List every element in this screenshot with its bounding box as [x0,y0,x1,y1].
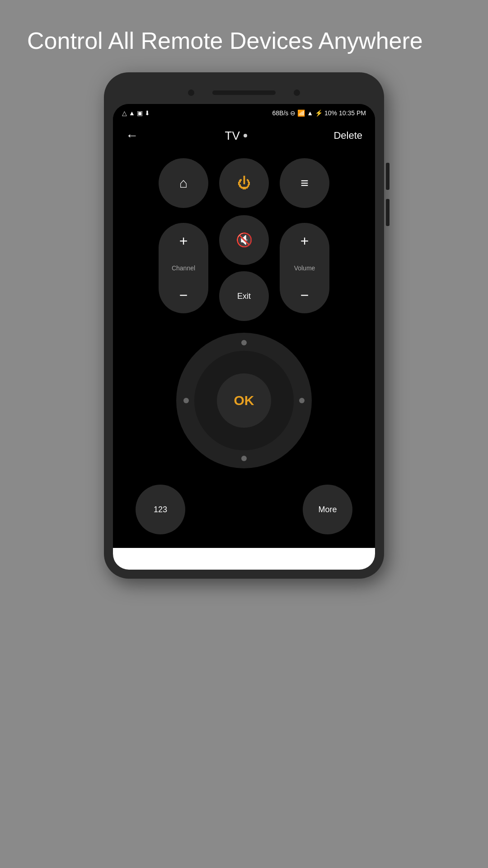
top-nav: ← TV Delete [113,122,375,149]
remote-area: ⌂ ⏻ ≡ + Channel − [113,149,375,548]
charging-icon: ⚡ [315,109,323,117]
speaker-slot [212,90,276,95]
time-display: 10:35 PM [339,109,366,117]
camera-dot [188,90,194,96]
home-indicator [113,548,375,570]
wifi-icon: ⊖ 📶 [290,109,305,117]
middle-controls: 🔇 Exit [219,215,269,321]
more-label: More [318,505,337,514]
volume-control[interactable]: + Volume − [280,223,329,313]
notification-icons: △ ▲ ▣ ⬇ [122,109,150,117]
side-button-1 [386,163,389,190]
status-left: △ ▲ ▣ ⬇ [122,109,150,117]
channel-label: Channel [172,264,195,272]
nav-title: TV [225,129,247,143]
ok-label: OK [234,393,254,408]
volume-label: Volume [294,264,315,272]
dpad-down-arrow[interactable] [241,456,247,461]
mute-button[interactable]: 🔇 [219,215,269,265]
exit-label: Exit [237,292,251,301]
phone-screen: △ ▲ ▣ ⬇ 68B/s ⊖ 📶 ▲ ⚡ 10% 10:35 PM ← TV [113,104,375,570]
status-bar: △ ▲ ▣ ⬇ 68B/s ⊖ 📶 ▲ ⚡ 10% 10:35 PM [113,104,375,122]
menu-button[interactable]: ≡ [280,158,329,208]
phone-body: △ ▲ ▣ ⬇ 68B/s ⊖ 📶 ▲ ⚡ 10% 10:35 PM ← TV [104,72,384,579]
signal-icon: ▲ [307,109,313,117]
exit-button[interactable]: Exit [219,271,269,321]
volume-plus[interactable]: + [300,234,309,248]
page-title: Control All Remote Devices Anywhere [0,0,488,72]
channel-control[interactable]: + Channel − [159,223,208,313]
dpad-up-arrow[interactable] [241,340,247,345]
back-button[interactable]: ← [126,128,138,143]
more-button[interactable]: More [303,485,352,534]
delete-button[interactable]: Delete [333,130,362,142]
home-icon: ⌂ [179,176,188,190]
phone-mockup: △ ▲ ▣ ⬇ 68B/s ⊖ 📶 ▲ ⚡ 10% 10:35 PM ← TV [104,72,384,579]
dpad-left-arrow[interactable] [183,398,189,403]
side-button-2 [386,199,389,226]
row-1: ⌂ ⏻ ≡ [127,158,361,208]
channel-plus[interactable]: + [179,234,188,248]
volume-minus[interactable]: − [300,288,309,302]
channel-minus[interactable]: − [179,288,188,302]
phone-top-bar [113,81,375,104]
nav-dot-indicator [244,134,247,137]
home-button[interactable]: ⌂ [159,158,208,208]
battery-percent: 10% [324,109,337,117]
camera-dot-2 [294,90,300,96]
numpad-button[interactable]: 123 [136,485,185,534]
row-2: + Channel − 🔇 Exit [127,215,361,321]
numpad-label: 123 [154,505,167,514]
mute-icon: 🔇 [236,233,253,247]
ok-button[interactable]: OK [217,373,271,428]
dpad-container[interactable]: OK [176,333,312,468]
status-right: 68B/s ⊖ 📶 ▲ ⚡ 10% 10:35 PM [272,109,366,117]
speed-text: 68B/s [272,109,288,117]
menu-icon: ≡ [300,176,309,190]
power-button[interactable]: ⏻ [219,158,269,208]
dpad-right-arrow[interactable] [299,398,305,403]
bottom-row: 123 More [127,480,361,534]
power-icon: ⏻ [237,176,251,190]
